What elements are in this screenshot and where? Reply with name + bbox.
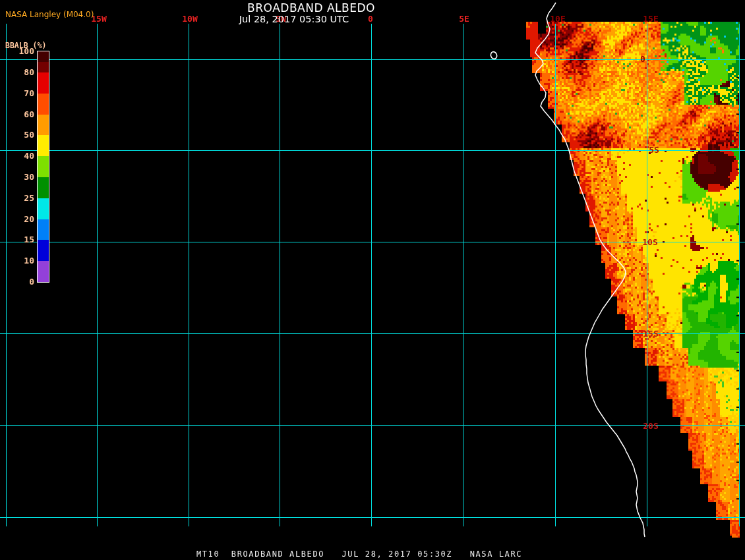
- legend-tick-label: 50: [1, 130, 34, 140]
- legend-color-swatch: [38, 135, 49, 156]
- legend-tick-label: 20: [1, 215, 34, 224]
- coastline: [535, 3, 645, 537]
- legend-color-swatch: [38, 198, 49, 219]
- legend-color-swatch: [38, 261, 49, 282]
- legend-color-swatch: [38, 72, 49, 94]
- legend-tick-label: 80: [1, 68, 34, 77]
- colorbar: [37, 51, 49, 283]
- footer-caption: MT10 BROADBAND ALBEDO JUL 28, 2017 05:30…: [196, 549, 522, 559]
- legend-tick-label: 0: [1, 277, 34, 287]
- legend-tick-label: 25: [1, 194, 34, 203]
- legend-color-swatch: [38, 115, 49, 135]
- legend-tick-label: 10: [1, 256, 34, 266]
- legend-color-swatch: [38, 51, 49, 62]
- credit-label: NASA Langley (M04.0): [5, 10, 94, 19]
- legend-tick-label: 30: [1, 173, 34, 182]
- legend-color-swatch: [38, 177, 49, 198]
- legend-tick-label: 70: [1, 89, 34, 98]
- island-outline: [490, 51, 498, 59]
- legend-tick-label: 40: [1, 152, 34, 161]
- page-title: BROADBAND ALBEDO: [247, 1, 375, 14]
- legend-tick-label: 100: [1, 47, 34, 56]
- degree-ticks: [736, 77, 739, 499]
- legend-color-swatch: [38, 219, 49, 240]
- timestamp: Jul 28, 2017 05:30 UTC: [239, 14, 349, 24]
- latlon-grid: [0, 24, 745, 526]
- legend-tick-label: 15: [1, 235, 34, 244]
- legend-color-swatch: [38, 240, 49, 261]
- legend-color-swatch: [38, 62, 49, 72]
- legend-color-swatch: [38, 156, 49, 177]
- legend-tick-label: 60: [1, 110, 34, 119]
- legend: BBALB (%) 100807060504030252015100: [0, 40, 73, 290]
- map-overlay: [0, 0, 745, 560]
- legend-color-swatch: [38, 94, 49, 115]
- albedo-map-product: 15W10W5W05E10E15E05S10S15S20S NASA Langl…: [0, 0, 745, 560]
